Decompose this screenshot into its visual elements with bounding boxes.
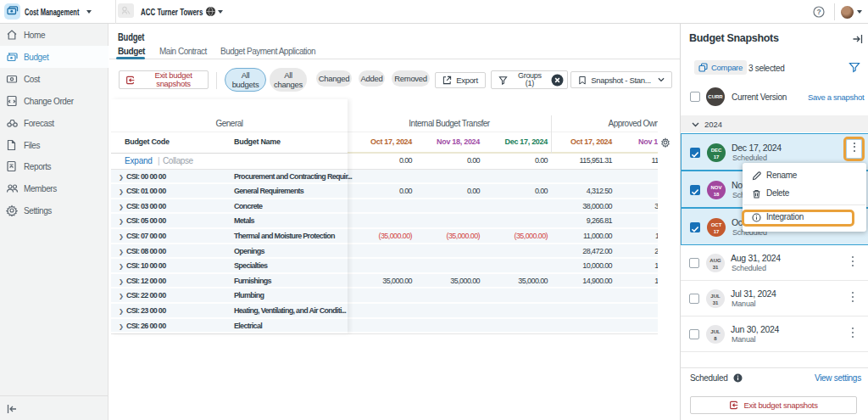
svg-text:?: ? [816, 8, 821, 16]
